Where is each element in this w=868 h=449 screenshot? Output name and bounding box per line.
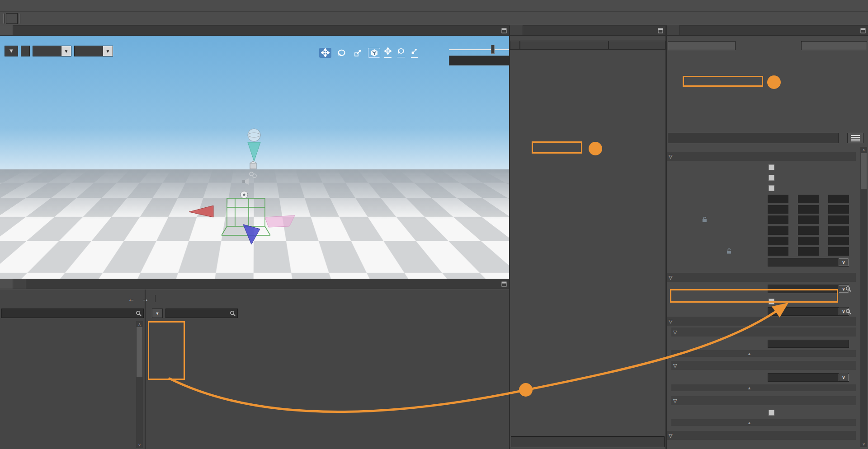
relative-scale-x-input[interactable] (768, 247, 788, 256)
collapse-bar[interactable]: ▲ (671, 419, 856, 426)
camera-mode-button[interactable] (21, 46, 30, 56)
shadow-type-dropdown[interactable]: ∨ (768, 373, 849, 382)
enable-modular-checkbox[interactable] (769, 299, 774, 304)
shadow-type-row: ∨ (667, 373, 856, 382)
collapse-bar[interactable]: ▲ (671, 350, 856, 357)
scale-x-input[interactable] (768, 215, 788, 224)
relative-scale-row (667, 247, 856, 256)
search-icon[interactable] (845, 309, 851, 314)
section-visbase[interactable]: ▽ (667, 317, 856, 326)
dock-icon[interactable] (501, 28, 507, 33)
relative-scale-z-input[interactable] (828, 247, 849, 256)
project-panel: ← → ∧ ∨ ▼ (0, 290, 509, 449)
tab-inspector[interactable] (667, 25, 680, 35)
scroll-up-icon[interactable]: ∧ (860, 148, 867, 152)
snap-rotate-icon[interactable] (397, 48, 405, 57)
section-mesh[interactable]: ▽ (667, 273, 856, 282)
scale-tool-icon[interactable] (352, 48, 364, 58)
back-icon[interactable]: ← (124, 295, 138, 303)
relative-location-z-input[interactable] (828, 226, 849, 235)
camera-speed-handle[interactable] (491, 45, 495, 54)
scrollbar-thumb[interactable] (861, 153, 867, 189)
viewport-3d[interactable]: ▼ ▼ (0, 36, 509, 279)
separator (155, 295, 156, 302)
section-others[interactable]: ▽ (667, 431, 856, 440)
angle-row (667, 205, 856, 214)
collapse-up-icon: ▲ (747, 386, 751, 390)
lock-icon[interactable] (726, 248, 731, 254)
skeletal-mesh-dropdown[interactable]: ∨ (768, 285, 849, 293)
scroll-up-icon[interactable]: ∧ (136, 322, 143, 327)
content-search-input[interactable] (165, 309, 238, 318)
absolute-scale-checkbox[interactable] (769, 185, 774, 191)
search-icon[interactable] (845, 286, 851, 292)
collapse-up-icon: ▲ (747, 351, 751, 356)
menu-lines-icon[interactable] (847, 133, 863, 143)
dock-icon[interactable] (658, 28, 663, 33)
relative-scale-y-input[interactable] (798, 247, 819, 256)
project-search-input[interactable] (1, 309, 144, 318)
section-file[interactable]: ▽ (671, 327, 856, 337)
angle-x-input[interactable] (768, 205, 788, 214)
tab-project[interactable] (0, 279, 13, 289)
mobility-dropdown[interactable]: ∨ (768, 258, 849, 267)
coordinate-space-icon[interactable] (368, 48, 380, 58)
snap-move-icon[interactable] (384, 47, 392, 58)
tab-console[interactable] (13, 279, 26, 289)
view-filter-button[interactable] (5, 46, 18, 56)
lock-icon[interactable] (702, 216, 707, 223)
relative-angle-y-input[interactable] (798, 237, 819, 245)
scroll-down-icon[interactable]: ∨ (860, 442, 867, 446)
dock-icon[interactable] (860, 28, 866, 33)
panel-divider[interactable] (145, 290, 146, 449)
scrollbar-thumb[interactable] (137, 327, 142, 377)
water-reflection-checkbox[interactable] (769, 410, 774, 416)
action-set-dropdown[interactable]: ∨ (768, 307, 849, 316)
absolute-position-checkbox[interactable] (769, 164, 774, 170)
tab-hierarchy[interactable] (510, 25, 523, 35)
collapse-bar[interactable]: ▲ (671, 384, 856, 391)
relative-location-x-input[interactable] (768, 226, 788, 235)
shading-mode-dropdown[interactable]: ▼ (33, 46, 71, 56)
position-x-input[interactable] (768, 195, 788, 203)
absolute-position-row (667, 163, 856, 172)
rotate-tool-icon[interactable] (335, 48, 348, 58)
dock-icon[interactable] (501, 281, 507, 287)
relative-location-y-input[interactable] (798, 226, 819, 235)
tree-scrollbar[interactable]: ∧ ∨ (136, 321, 143, 448)
relative-angle-z-input[interactable] (828, 237, 849, 245)
toolbar-grip[interactable] (3, 14, 5, 23)
snap-rotate-group (397, 48, 407, 57)
type-column-header[interactable] (609, 41, 665, 50)
scale-z-input[interactable] (828, 215, 849, 224)
snap-scale-icon[interactable] (411, 48, 418, 58)
scale-y-input[interactable] (798, 215, 819, 224)
scene-gizmos (176, 122, 312, 253)
tab-level[interactable] (0, 25, 13, 35)
absolute-angle-checkbox[interactable] (769, 175, 774, 181)
position-z-input[interactable] (828, 195, 849, 203)
camera-speed-slider[interactable] (449, 49, 509, 50)
angle-z-input[interactable] (828, 205, 849, 214)
view-preset-dropdown[interactable]: ▼ (74, 46, 113, 56)
inspector-scrollbar[interactable]: ∧ ∨ (860, 147, 867, 447)
scroll-down-icon[interactable]: ∨ (136, 443, 143, 447)
pink-plane-gizmo (265, 215, 295, 227)
object-name-field[interactable] (668, 133, 839, 143)
toolbar-grip[interactable] (19, 14, 20, 23)
name-column-header[interactable] (520, 41, 609, 50)
add-component-button[interactable] (668, 41, 736, 50)
section-transform[interactable]: ▽ (667, 152, 856, 161)
position-y-input[interactable] (798, 195, 819, 203)
skeletal-mesh-config-row: ∨ (667, 284, 856, 293)
move-tool-icon[interactable] (319, 48, 331, 58)
relative-angle-x-input[interactable] (768, 237, 788, 245)
angle-y-input[interactable] (798, 205, 819, 214)
create-game-object-button[interactable] (6, 13, 18, 24)
filter-dropdown-button[interactable]: ▼ (152, 309, 163, 318)
section-state[interactable]: ▽ (671, 396, 856, 405)
to-prefab-button[interactable] (801, 41, 867, 50)
collapse-triangle-icon: ▽ (673, 363, 677, 369)
section-render[interactable]: ▽ (671, 361, 856, 370)
config-file-field[interactable] (768, 340, 849, 348)
